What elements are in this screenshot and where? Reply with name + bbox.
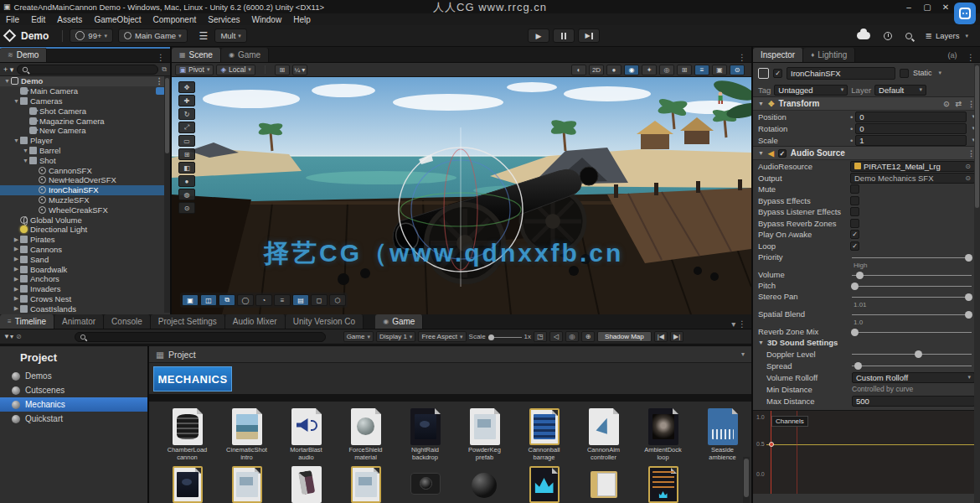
game-toolbar-free-aspect[interactable]: Free Aspect▾ — [418, 331, 466, 342]
checkbox-checked[interactable]: ✓ — [850, 230, 859, 239]
timeline-search-input[interactable] — [75, 332, 326, 342]
asset-item[interactable]: CinematicShotintro — [217, 408, 276, 461]
hierarchy-tab[interactable]: ≋Demo — [0, 48, 47, 62]
transform-tool-icon[interactable]: ⊞ — [178, 148, 195, 160]
hierarchy-item-player[interactable]: ▼Player — [0, 136, 170, 146]
transform-value-field[interactable]: 1 — [855, 135, 967, 146]
slider-knob[interactable] — [965, 311, 972, 319]
fold-arrow-icon[interactable]: ▶ — [13, 266, 20, 272]
menu-item-services[interactable]: Services — [202, 15, 245, 24]
scene-kebab-icon[interactable]: ⋮ — [156, 76, 164, 86]
grid-overlay-icon[interactable]: ▤ — [292, 294, 309, 306]
frame-icon[interactable]: ◻ — [311, 294, 328, 306]
rect-tool-icon[interactable]: ▭ — [178, 135, 195, 147]
hierarchy-item-ironchainsfx[interactable]: IronChainSFX — [0, 185, 170, 195]
slider-knob[interactable] — [856, 272, 864, 279]
hierarchy-item-magazine-camera[interactable]: Magazine Camera — [0, 116, 170, 126]
hierarchy-item-demo[interactable]: ▼Demo⋮ — [0, 76, 170, 86]
asset-item[interactable] — [395, 466, 455, 503]
tab-inspector[interactable]: Inspector — [753, 48, 803, 62]
project-collapse-icon[interactable]: ▾ — [741, 350, 745, 358]
move-tool-icon[interactable]: ✚ — [178, 95, 195, 106]
hierarchy-item-shot[interactable]: ▼Shot — [0, 155, 170, 165]
slider-knob[interactable] — [851, 329, 859, 336]
snap-tool-icon[interactable]: ● — [178, 175, 195, 187]
menu-item-component[interactable]: Component — [147, 15, 203, 24]
hierarchy-item-pirates[interactable]: ▶Pirates — [0, 235, 170, 245]
transform-value-field[interactable]: 0 — [855, 111, 967, 122]
checkbox-unchecked[interactable] — [850, 196, 859, 205]
curve-key-dot[interactable] — [769, 442, 774, 447]
handle-rotation-dropdown[interactable]: ◈Local▾ — [216, 65, 255, 75]
presets-icon[interactable]: ⊙ — [943, 100, 950, 108]
maximize-button[interactable]: ▢ — [918, 3, 936, 12]
tab-scene[interactable]: ▦Scene — [172, 48, 221, 62]
transform-header[interactable]: ▼ ✥ Transform ⊙⇄⋮ — [753, 96, 980, 111]
camera-overlay-icon[interactable]: ▣ — [182, 294, 199, 306]
menu-item-edit[interactable]: Edit — [25, 15, 51, 24]
hierarchy-item-cannons[interactable]: ▶Cannons — [0, 245, 170, 255]
active-checkbox[interactable]: ✓ — [773, 69, 782, 78]
fold-arrow-icon[interactable]: ▶ — [13, 276, 20, 283]
static-checkbox[interactable] — [900, 69, 909, 78]
asset-item[interactable]: ChamberLoadcannon — [157, 408, 217, 461]
inspector-menu-icon[interactable]: ⋮ — [962, 53, 980, 62]
play-button[interactable]: ▶ — [528, 29, 549, 43]
fold-arrow-icon[interactable]: ▼ — [13, 137, 20, 143]
visibility-icon[interactable]: ◎ — [659, 65, 674, 75]
hierarchy-item-cannonsfx[interactable]: CannonSFX — [0, 165, 170, 175]
static-dropdown-icon[interactable]: ▾ — [939, 70, 942, 76]
fold-arrow-icon[interactable]: ▼ — [3, 78, 11, 84]
asset-item[interactable] — [633, 466, 693, 503]
menu-item-file[interactable]: File — [0, 15, 25, 24]
hierarchy-item-coastislands[interactable]: ▶CoastIslands — [0, 303, 170, 313]
hierarchy-item-crows-nest[interactable]: ▶Crows Nest — [0, 294, 170, 304]
fold-arrow-icon[interactable]: ▶ — [13, 305, 20, 312]
cloud-icon[interactable] — [857, 32, 870, 39]
hierarchy-item-shot-camera[interactable]: Shot Camera — [0, 106, 170, 116]
game-scale-control[interactable]: Scale1x — [469, 333, 531, 340]
project-folder-cutscenes[interactable]: Cutscenes — [0, 383, 147, 397]
probe-tool-icon[interactable]: ◍ — [178, 189, 195, 200]
tab-console[interactable]: Console — [104, 314, 151, 329]
asset-item[interactable] — [157, 466, 217, 503]
hierarchy-item-newheadoversfx[interactable]: NewHeadOverSFX — [0, 175, 170, 185]
menu-item-window[interactable]: Window — [246, 15, 288, 24]
scene-menu-icon[interactable]: ⋮ — [733, 53, 751, 62]
hierarchy-item-global-volume[interactable]: Global Volume — [0, 215, 170, 225]
grid-snap-icon[interactable]: ⊞ — [275, 65, 290, 75]
asset-item[interactable] — [336, 466, 395, 503]
slider-track[interactable] — [852, 328, 972, 336]
object-picker-icon[interactable]: ⊙ — [965, 163, 971, 170]
camera-settings-icon[interactable]: ▣ — [712, 65, 727, 75]
light-probe-icon[interactable]: ◔ — [255, 294, 272, 306]
slider-knob[interactable] — [965, 293, 972, 301]
2d-toggle-icon[interactable]: 2D — [589, 65, 604, 75]
tab-unity-version-co[interactable]: Unity Version Co — [286, 314, 364, 329]
slider-track[interactable] — [852, 253, 972, 262]
asset-item[interactable] — [217, 466, 276, 503]
max-distance-field[interactable]: 500 — [852, 396, 975, 407]
mult-dropdown[interactable]: Mult▾ — [214, 29, 246, 43]
pause-button[interactable] — [553, 29, 575, 43]
checkbox-unchecked[interactable] — [850, 207, 859, 216]
account-dropdown[interactable]: 99+▾ — [70, 29, 113, 43]
inspector-lock-icon[interactable]: ⒜ — [943, 50, 962, 62]
nav-icon[interactable]: ⬡ — [329, 294, 346, 306]
asset-item[interactable]: NightRaidbackdrop — [395, 408, 455, 461]
audio-toggle-icon[interactable]: ◉ — [624, 65, 639, 75]
bottom-dock-menu-icon[interactable]: ▾ ⋮ — [726, 319, 751, 329]
tag-dropdown[interactable]: Untagged▾ — [774, 85, 848, 96]
snap-increment-icon[interactable]: ¼ ▾ — [292, 65, 307, 75]
scale-slider[interactable] — [488, 334, 522, 340]
tab-audio-mixer[interactable]: Audio Mixer — [225, 314, 286, 329]
asset-item[interactable]: CannonAimcontroller — [574, 408, 633, 461]
asset-item[interactable]: AmbientDockloop — [633, 408, 693, 461]
asset-item[interactable] — [514, 466, 574, 503]
slider-track[interactable] — [852, 361, 972, 370]
grid-icon[interactable]: ⊞ — [677, 65, 692, 75]
checkbox-checked[interactable]: ✓ — [850, 241, 859, 251]
rotate-tool-icon[interactable]: ↻ — [178, 108, 195, 120]
hierarchy-item-sand[interactable]: ▶Sand — [0, 254, 170, 264]
asset-item[interactable] — [455, 466, 514, 503]
